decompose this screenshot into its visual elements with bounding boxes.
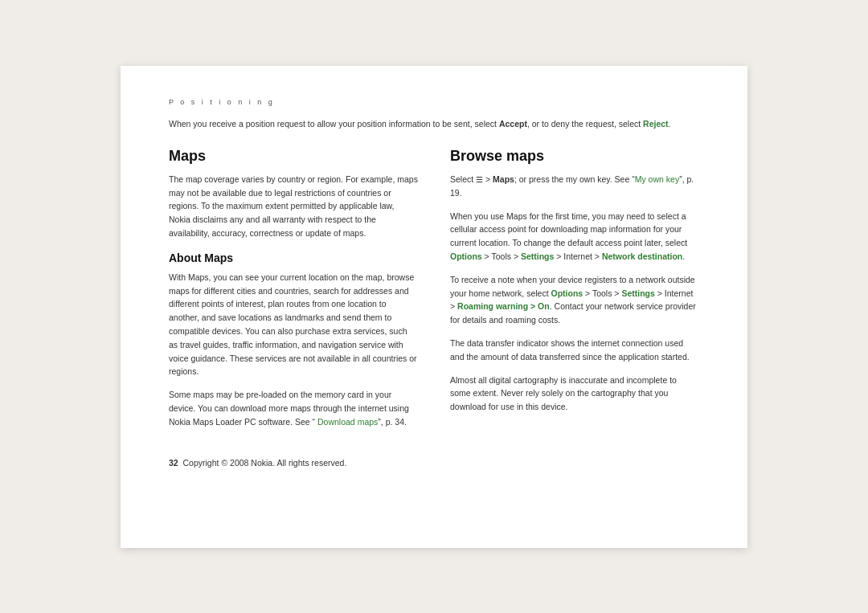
browse-maps-heading: Browse maps (450, 148, 699, 165)
options-2: Options (551, 288, 583, 298)
browse-pre: Select (450, 174, 476, 184)
browse-maps-paragraph4: The data transfer indicator shows the in… (450, 337, 699, 364)
maps-paragraph1: The map coverage varies by country or re… (169, 173, 418, 240)
p2-end: . (682, 251, 685, 261)
copyright-text: Copyright © 2008 Nokia. All rights reser… (183, 458, 347, 468)
reject-text: Reject (643, 119, 669, 129)
browse-maps-paragraph3: To receive a note when your device regis… (450, 273, 699, 327)
roaming-warning: Roaming warning (455, 301, 528, 311)
section-label: P o s i t i o n i n g (169, 98, 699, 106)
footer: 32 Copyright © 2008 Nokia. All rights re… (169, 458, 699, 468)
right-column: Browse maps Select ☰ > Maps; or press th… (450, 145, 699, 439)
download-maps-paragraph: Some maps may be pre-loaded on the memor… (169, 388, 418, 428)
page-number: 32 (169, 458, 178, 468)
intro-text-mid: , or to deny the request, select (527, 119, 643, 129)
intro-paragraph: When you receive a position request to a… (169, 117, 699, 130)
download-maps-link[interactable]: Download maps (315, 417, 378, 427)
settings-1: Settings (521, 251, 554, 261)
p2-internet: > Internet > (554, 251, 600, 261)
about-maps-paragraph: With Maps, you can see your current loca… (169, 271, 418, 378)
p2-pre: When you use Maps for the first time, yo… (450, 211, 687, 248)
browse-mid2: ; or press the my own key. See “ (514, 174, 635, 184)
left-column: Maps The map coverage varies by country … (169, 145, 418, 439)
browse-maps-paragraph5: Almost all digital cartography is inaccu… (450, 374, 699, 414)
browse-maps-bold: Maps (493, 174, 514, 184)
p2-tools: > Tools > (482, 251, 518, 261)
roaming-on: > On (528, 301, 550, 311)
network-destination: Network destination (600, 251, 682, 261)
two-column-layout: Maps The map coverage varies by country … (169, 145, 699, 439)
accept-text: Accept (499, 119, 527, 129)
download-post: ”, p. 34. (378, 417, 407, 427)
p3-mid: > Tools > (583, 288, 619, 298)
my-own-key-link[interactable]: My own key (635, 174, 679, 184)
intro-text-end: . (669, 119, 671, 129)
maps-icon: ☰ (476, 175, 483, 184)
options-1: Options (450, 251, 482, 261)
settings-2: Settings (621, 288, 654, 298)
browse-maps-paragraph1: Select ☰ > Maps; or press the my own key… (450, 173, 699, 200)
intro-text-pre: When you receive a position request to a… (169, 119, 499, 129)
browse-maps-paragraph2: When you use Maps for the first time, yo… (450, 210, 699, 264)
document-page: P o s i t i o n i n g When you receive a… (121, 66, 747, 548)
about-maps-heading: About Maps (169, 251, 418, 264)
browse-mid: > (483, 174, 493, 184)
maps-heading: Maps (169, 148, 418, 165)
